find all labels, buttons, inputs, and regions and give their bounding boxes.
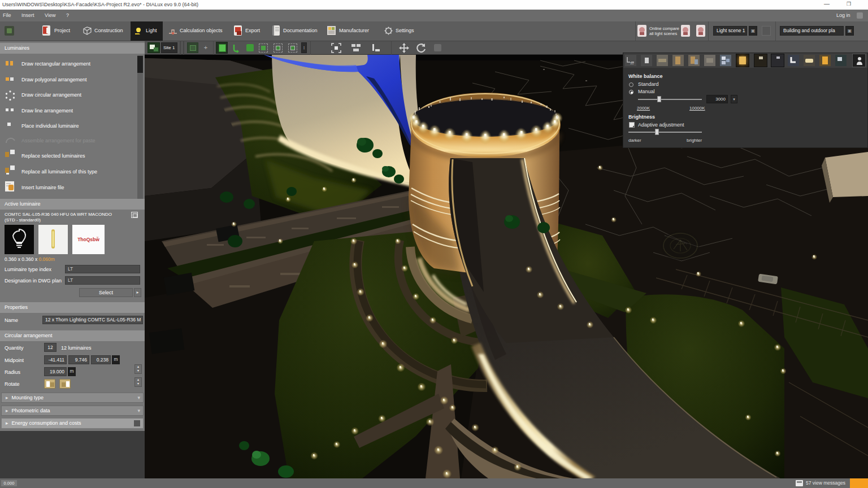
svg-text:50: 50 (630, 62, 634, 65)
